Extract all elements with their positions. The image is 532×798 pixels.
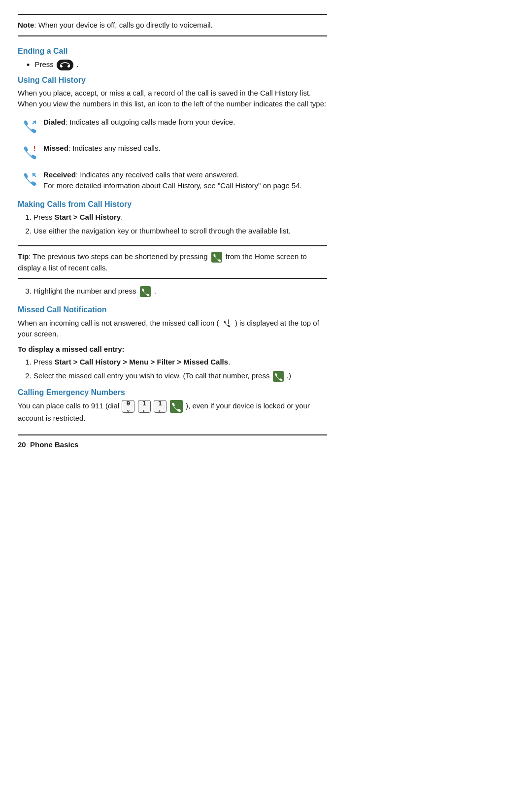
calling-emergency-body: You can place calls to 911 (dial 9 V 1 E…: [18, 400, 327, 424]
making-calls-step1: Press Start > Call History.: [33, 212, 327, 223]
ending-a-call-section: Ending a Call Press .: [18, 45, 327, 71]
missed-call-heading: Missed Call Notification: [18, 304, 327, 315]
tip-phone-icon: [211, 252, 222, 263]
step2-phone-icon: [273, 371, 284, 382]
key-1b: 1 E: [154, 400, 166, 413]
svg-text:!: !: [33, 144, 36, 152]
calling-emergency-heading: Calling Emergency Numbers: [18, 387, 327, 398]
making-calls-list: Press Start > Call History. Use either t…: [33, 212, 327, 236]
emergency-send-icon: [170, 400, 183, 413]
missed-call-section: Missed Call Notification When an incomin…: [18, 304, 327, 382]
ending-a-call-item: Press .: [27, 59, 327, 71]
using-call-history-heading: Using Call History: [18, 74, 327, 86]
using-call-history-section: Using Call History When you place, accep…: [18, 74, 327, 194]
missed-text: Missed: Indicates any missed calls.: [43, 140, 327, 167]
ending-a-call-heading: Ending a Call: [18, 45, 327, 57]
call-type-icons-table: Dialed: Indicates all outgoing calls mad…: [18, 114, 327, 194]
missed-call-steps: Press Start > Call History > Menu > Filt…: [33, 357, 327, 382]
missed-row: ! Missed: Indicates any missed calls.: [18, 140, 327, 167]
missed-call-body: When an incoming call is not answered, t…: [18, 318, 327, 339]
missed-call-subheading: To display a missed call entry:: [18, 344, 327, 355]
missed-icon-cell: !: [18, 140, 43, 167]
ending-a-call-list: Press .: [27, 59, 327, 71]
tip-text: Tip: The previous two steps can be short…: [18, 251, 327, 273]
making-calls-step2: Use either the navigation key or thumbwh…: [33, 226, 327, 236]
step3-phone-icon: [140, 286, 151, 297]
svg-point-9: [228, 323, 229, 324]
missed-phone-icon: !: [20, 143, 38, 162]
svg-rect-1: [67, 65, 70, 68]
footer-text: 20 Phone Basics: [18, 439, 327, 450]
missed-call-icon-inline: [222, 319, 232, 329]
key-9: 9 V: [122, 400, 134, 413]
received-icon-cell: [18, 167, 43, 194]
step3-list: Highlight the number and press .: [33, 286, 327, 297]
missed-call-step2: Select the missed call entry you wish to…: [33, 370, 327, 382]
note-label: Note: [18, 21, 34, 29]
using-call-history-body: When you place, accept, or miss a call, …: [18, 88, 327, 109]
tip-label: Tip: [18, 252, 29, 261]
received-text: Received: Indicates any received calls t…: [43, 167, 327, 194]
svg-rect-0: [60, 65, 63, 68]
making-calls-section: Making Calls from Call History Press Sta…: [18, 199, 327, 236]
dialed-text: Dialed: Indicates all outgoing calls mad…: [43, 114, 327, 141]
received-phone-icon: [20, 169, 38, 188]
tip-block: Tip: The previous two steps can be short…: [18, 245, 327, 279]
key-1a: 1 E: [138, 400, 151, 413]
received-row: Received: Indicates any received calls t…: [18, 167, 327, 194]
calling-emergency-section: Calling Emergency Numbers You can place …: [18, 387, 327, 424]
step3-item: Highlight the number and press .: [33, 286, 327, 297]
footer: 20 Phone Basics: [18, 434, 327, 450]
missed-call-step1: Press Start > Call History > Menu > Filt…: [33, 357, 327, 367]
dialed-row: Dialed: Indicates all outgoing calls mad…: [18, 114, 327, 141]
step3-section: Highlight the number and press .: [18, 286, 327, 297]
note-block: Note: When your device is off, calls go …: [18, 14, 327, 36]
dialed-phone-icon: [20, 117, 38, 135]
end-call-button-icon: [57, 60, 73, 70]
making-calls-heading: Making Calls from Call History: [18, 199, 327, 210]
svg-rect-11: [170, 400, 183, 413]
note-text: Note: When your device is off, calls go …: [18, 20, 327, 31]
dialed-icon-cell: [18, 114, 43, 141]
